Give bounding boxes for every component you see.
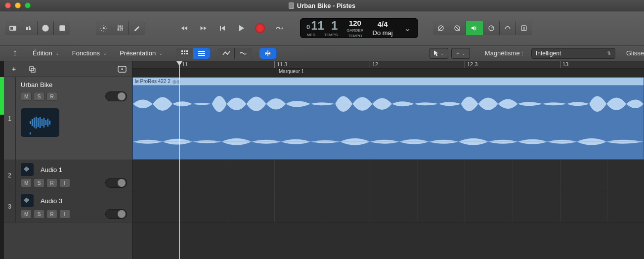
audio-region[interactable]: le ProRes 422 2 ◎◎ [132, 77, 644, 160]
lcd-temps-label: TEMPS [324, 33, 338, 37]
flex-button[interactable] [235, 48, 252, 59]
library-button[interactable] [5, 21, 21, 35]
track-number: 1 [4, 77, 16, 160]
record-enable-button[interactable]: R [46, 92, 57, 101]
solo-safe-button[interactable]: S [516, 21, 532, 35]
titlebar: Urban Bike - Pistes [0, 0, 644, 11]
catch-playhead-button[interactable] [259, 48, 276, 59]
svg-line-16 [106, 26, 107, 27]
mute-button[interactable]: M [21, 178, 32, 187]
cycle-button[interactable] [269, 20, 288, 36]
arrange-area[interactable]: 11 11 3 12 12 3 13 Marqueur 1 le ProRes … [132, 61, 644, 259]
menu-functions[interactable]: Fonctions⌄ [68, 48, 111, 58]
editor-button[interactable] [129, 21, 145, 35]
svg-rect-1 [10, 27, 13, 30]
metronome-button[interactable] [433, 21, 449, 35]
mute-button[interactable]: M [21, 92, 32, 101]
view-list-button[interactable] [193, 48, 210, 59]
lcd-display[interactable]: 0 11 1 MES TEMPS 120 GARDER TEMPO 4/4 Do… [300, 18, 418, 38]
tuner-button[interactable] [483, 21, 500, 35]
track-name[interactable]: Audio 3 [41, 197, 62, 205]
ruler-bar: 13 [560, 61, 568, 68]
automation-button[interactable] [218, 48, 235, 59]
drag-label: Glisse [626, 49, 644, 57]
countin-button[interactable] [449, 21, 466, 35]
region-name: le ProRes 422 2 [135, 79, 171, 84]
input-monitor-button[interactable]: I [59, 178, 70, 187]
svg-rect-32 [184, 50, 185, 52]
lcd-temps: 1 [331, 20, 338, 32]
mixer-sliders-button[interactable] [112, 21, 129, 35]
global-tracks-button[interactable] [115, 64, 129, 75]
record-enable-button[interactable]: R [46, 178, 57, 187]
waveform-icon [24, 198, 31, 204]
lcd-timesig: 4/4 [378, 20, 388, 28]
track-lane-1[interactable]: le ProRes 422 2 ◎◎ [132, 77, 644, 160]
cmd-click-tool[interactable]: ＋⌄ [451, 48, 470, 59]
smart-controls-button[interactable] [96, 21, 112, 35]
menu-edit[interactable]: Édition⌄ [29, 48, 63, 58]
left-click-tool[interactable]: ⌄ [429, 48, 448, 59]
track-header-2[interactable]: 2 Audio 1 M S R I [4, 160, 132, 191]
marker[interactable]: Marqueur 1 [279, 69, 304, 74]
workspace: ＋ 1 Urban Bike M S R [0, 61, 644, 259]
svg-line-14 [106, 30, 107, 31]
svg-point-22 [121, 27, 123, 29]
master-volume-button[interactable] [466, 21, 483, 35]
track-number: 2 [4, 160, 16, 191]
svg-rect-31 [181, 50, 183, 52]
help-button[interactable]: ? [38, 21, 54, 35]
lcd-key: Do maj [373, 29, 393, 37]
view-grid-button[interactable] [176, 48, 193, 59]
record-button[interactable] [251, 20, 269, 36]
solo-button[interactable]: S [34, 178, 44, 187]
mixer-button[interactable] [21, 21, 38, 35]
track-lane-3[interactable] [132, 191, 644, 222]
svg-point-8 [103, 27, 105, 29]
forward-button[interactable] [194, 20, 213, 36]
add-track-button[interactable]: ＋ [7, 64, 21, 75]
ruler-bar: 12 [370, 61, 378, 68]
snap-select[interactable]: Intelligent ⇅ [531, 48, 615, 59]
track-enable-toggle[interactable] [105, 178, 127, 188]
track-lane-2[interactable] [132, 160, 644, 191]
lcd-mes: 11 [311, 20, 324, 32]
play-button[interactable] [232, 20, 251, 36]
go-to-start-button[interactable] [213, 20, 232, 36]
playhead[interactable] [179, 61, 180, 259]
solo-button[interactable]: S [34, 92, 44, 101]
snap-value: Intelligent [536, 50, 561, 57]
track-header-1[interactable]: 1 Urban Bike M S R [4, 77, 132, 160]
loop-browser-button[interactable] [500, 21, 516, 35]
record-enable-button[interactable]: R [46, 210, 57, 218]
mute-button[interactable]: M [21, 210, 32, 218]
track-icon[interactable] [21, 194, 34, 207]
master-level-meter [0, 77, 4, 160]
track-icon[interactable] [21, 108, 59, 137]
track-enable-toggle[interactable] [105, 209, 127, 219]
download-button[interactable] [54, 21, 70, 35]
track-header-3[interactable]: 3 Audio 3 M S R I [4, 191, 132, 222]
track-enable-toggle[interactable] [105, 91, 127, 101]
input-monitor-button[interactable]: I [59, 210, 70, 218]
duplicate-track-button[interactable] [26, 64, 40, 75]
track-name[interactable]: Urban Bike [21, 81, 127, 88]
chevron-down-icon: ⌄ [159, 50, 163, 56]
chevron-updown-icon: ⇅ [607, 50, 611, 56]
main-toolbar: ? 0 11 1 MES TEMPS 120 [0, 11, 644, 45]
lcd-mes-label: MES [306, 33, 315, 37]
ruler-bar: 12 3 [465, 61, 477, 68]
rewind-button[interactable] [175, 20, 194, 36]
track-icon[interactable] [21, 163, 34, 176]
tracks-menubar: ↥ Édition⌄ Fonctions⌄ Présentation⌄ ⌄ ＋⌄… [0, 45, 644, 61]
lcd-menu-chevron-icon[interactable]: ⌄ [404, 23, 412, 34]
collapse-up-icon[interactable]: ↥ [6, 49, 24, 57]
ruler[interactable]: 11 11 3 12 12 3 13 Marqueur 1 [132, 61, 644, 77]
track-name[interactable]: Audio 1 [41, 166, 62, 173]
svg-rect-23 [220, 26, 221, 31]
menu-presentation[interactable]: Présentation⌄ [116, 48, 167, 58]
document-icon [289, 2, 294, 9]
svg-rect-33 [186, 50, 188, 52]
svg-line-13 [101, 26, 102, 27]
solo-button[interactable]: S [34, 210, 44, 218]
